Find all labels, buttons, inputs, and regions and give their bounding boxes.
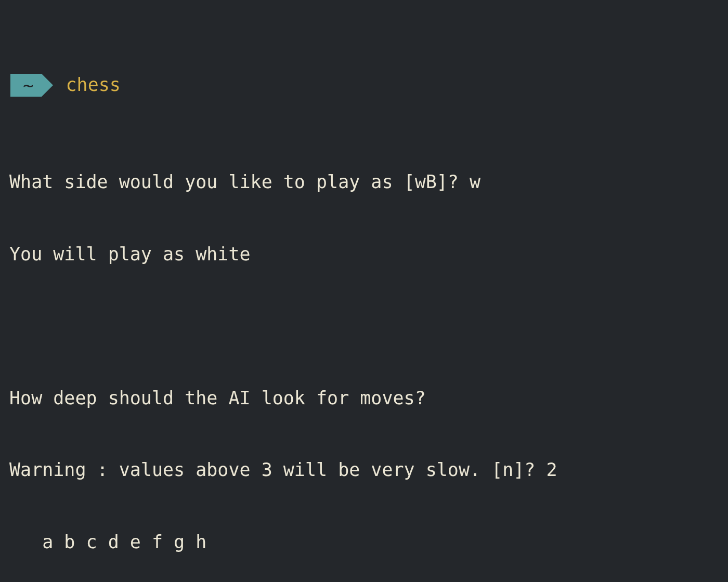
side-prompt-line: What side would you like to play as [wB]… bbox=[0, 170, 728, 194]
terminal[interactable]: ~ chess What side would you like to play… bbox=[0, 0, 728, 582]
depth-warn-line: Warning : values above 3 will be very sl… bbox=[0, 458, 728, 482]
depth-prompt-line: How deep should the AI look for moves? bbox=[0, 386, 728, 410]
blank-line bbox=[0, 314, 728, 338]
side-confirm-line: You will play as white bbox=[0, 242, 728, 266]
prompt-cwd: ~ bbox=[10, 74, 42, 97]
files-top: a b c d e f g h bbox=[0, 530, 728, 554]
shell-prompt: ~ chess bbox=[0, 72, 728, 98]
prompt-command: chess bbox=[66, 73, 120, 97]
